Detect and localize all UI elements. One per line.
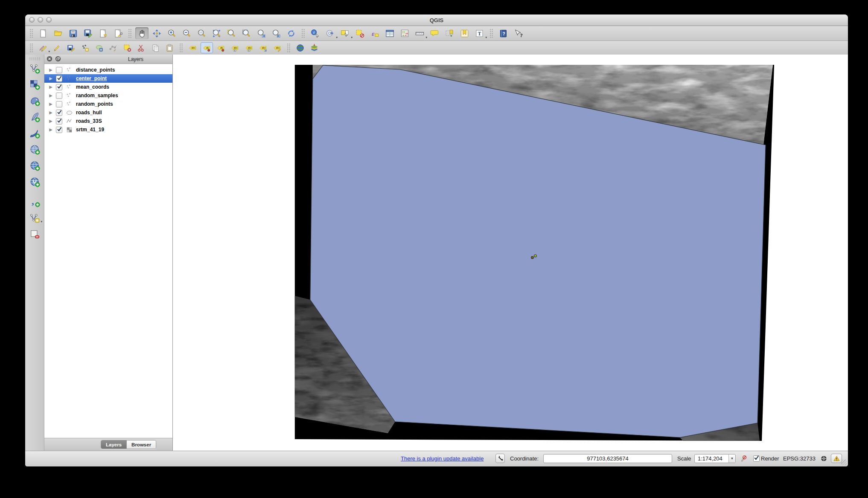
titlebar[interactable]: QGIS (25, 14, 848, 26)
plugin-icon[interactable] (495, 454, 505, 463)
file-new-icon[interactable] (37, 27, 50, 39)
expand-arrow-icon[interactable]: ▶ (48, 127, 53, 132)
layer-visibility-checkbox[interactable] (56, 101, 62, 107)
layer-visibility-checkbox[interactable] (56, 127, 62, 133)
folder-open-icon[interactable] (52, 27, 65, 39)
add-delimited-text-layer-icon[interactable]: , (27, 195, 42, 208)
plugin-update-link[interactable]: There is a plugin update available (401, 455, 484, 462)
delete-selected-icon[interactable] (121, 42, 134, 53)
zoom-native-icon[interactable]: 1:1 (195, 27, 208, 39)
scale-dropdown-caret[interactable]: ▼ (728, 455, 735, 463)
composer-manager-icon[interactable] (111, 27, 125, 39)
save-as-icon[interactable] (82, 27, 95, 39)
label-options-icon[interactable]: ab (201, 42, 213, 53)
crs-status-icon[interactable] (819, 454, 828, 463)
zoom-to-selection-icon[interactable] (225, 27, 238, 39)
new-print-composer-icon[interactable] (96, 27, 110, 39)
label-move-icon[interactable]: abc (257, 42, 269, 53)
layer-row-center_point[interactable]: ▶center_point (44, 74, 172, 83)
help-contents-icon[interactable]: ? (497, 27, 510, 39)
paste-features-icon[interactable] (163, 42, 176, 53)
expand-arrow-icon[interactable]: ▶ (48, 93, 53, 98)
layer-row-roads_33S[interactable]: ▶roads_33S (44, 117, 172, 125)
save-layer-edits-icon[interactable] (65, 42, 77, 53)
layer-stack-icon[interactable] (308, 42, 320, 53)
dropdown-caret-icon[interactable]: ▾ (351, 36, 352, 39)
panel-close-icon[interactable] (47, 56, 52, 62)
add-postgis-layer-icon[interactable] (27, 94, 42, 107)
layer-row-random_points[interactable]: ▶random_points (44, 100, 172, 108)
select-by-expression-icon[interactable]: ε (368, 27, 382, 39)
toolbar-grip-handle[interactable] (29, 43, 33, 52)
toolbar-grip-handle[interactable] (489, 29, 493, 38)
add-raster-layer-icon[interactable] (27, 78, 42, 91)
dropdown-caret-icon[interactable]: ▾ (41, 220, 42, 223)
toolbar-grip-handle[interactable] (179, 43, 183, 52)
identify-features-icon[interactable]: i (309, 27, 322, 39)
render-checkbox[interactable] (753, 455, 760, 462)
layer-visibility-checkbox[interactable] (56, 67, 62, 73)
show-bookmarks-icon[interactable] (458, 27, 471, 39)
layer-row-random_samples[interactable]: ▶random_samples (44, 91, 172, 100)
web-globe-icon[interactable] (294, 42, 306, 53)
dropdown-caret-icon[interactable]: ▾ (425, 36, 427, 39)
deselect-all-icon[interactable] (353, 27, 367, 39)
toolbar-grip-handle[interactable] (29, 57, 40, 60)
add-feature-icon[interactable] (79, 42, 91, 53)
save-icon[interactable] (67, 27, 80, 39)
label-preview-icon[interactable]: abc (243, 42, 255, 53)
select-features-icon[interactable]: ▾ (338, 27, 352, 39)
layer-row-srtm_41_19[interactable]: ▶srtm_41_19 (44, 125, 172, 134)
layer-visibility-checkbox[interactable] (56, 93, 62, 99)
layer-visibility-checkbox[interactable] (56, 84, 62, 90)
whats-this-icon[interactable]: ? (512, 27, 525, 39)
zoom-in-icon[interactable] (165, 27, 178, 39)
labeling-icon[interactable]: abc (186, 42, 199, 53)
add-mssql-layer-icon[interactable] (27, 127, 42, 139)
map-tips-icon[interactable] (428, 27, 441, 39)
toolbar-grip-handle[interactable] (301, 29, 305, 38)
dropdown-caret-icon[interactable]: ▾ (48, 50, 50, 53)
layer-visibility-checkbox[interactable] (56, 110, 62, 116)
open-attribute-table-icon[interactable] (383, 27, 396, 39)
move-feature-icon[interactable] (93, 42, 105, 53)
map-canvas[interactable] (173, 55, 848, 451)
expand-arrow-icon[interactable]: ▶ (48, 119, 53, 123)
label-show-hide-icon[interactable]: abc (229, 42, 241, 53)
zoom-full-icon[interactable] (210, 27, 223, 39)
field-calculator-icon[interactable] (398, 27, 411, 39)
run-feature-action-icon[interactable]: ▾ (323, 27, 337, 39)
zoom-out-icon[interactable] (180, 27, 193, 39)
layer-visibility-checkbox[interactable] (56, 75, 62, 82)
remove-layer-icon[interactable] (27, 228, 42, 240)
new-shapefile-layer-icon[interactable]: ▾ (27, 211, 42, 224)
text-annotation-icon[interactable]: T▾ (473, 27, 486, 39)
expand-arrow-icon[interactable]: ▶ (48, 68, 53, 72)
scale-combobox[interactable]: 1:174,204▼ (694, 454, 736, 463)
new-bookmark-icon[interactable] (443, 27, 456, 39)
layer-row-distance_points[interactable]: ▶distance_points (44, 66, 172, 74)
zoom-last-icon[interactable] (255, 27, 268, 39)
toggle-editing-icon[interactable] (51, 42, 63, 53)
cut-features-icon[interactable] (135, 42, 148, 53)
measure-icon[interactable]: ▾ (413, 27, 426, 39)
panel-tab-layers[interactable]: Layers (101, 440, 126, 449)
label-pin-icon[interactable]: ab (215, 42, 227, 53)
layer-visibility-checkbox[interactable] (56, 118, 62, 124)
node-tool-icon[interactable] (107, 42, 119, 53)
layer-row-mean_coords[interactable]: ▶mean_coords (44, 83, 172, 91)
toolbar-grip-handle[interactable] (29, 29, 33, 38)
expand-arrow-icon[interactable]: ▶ (48, 85, 53, 89)
refresh-map-icon[interactable] (285, 27, 298, 39)
panel-tab-browser[interactable]: Browser (126, 440, 156, 449)
current-edits-icon[interactable]: ▾ (37, 42, 49, 53)
pan-map-icon[interactable] (135, 27, 149, 39)
add-oracle-layer-icon[interactable] (27, 143, 42, 156)
panel-float-icon[interactable] (55, 56, 61, 62)
pan-to-selection-icon[interactable] (150, 27, 163, 39)
add-wms-layer-icon[interactable] (27, 159, 42, 172)
expand-arrow-icon[interactable]: ▶ (48, 102, 53, 106)
add-wfs-layer-icon[interactable] (27, 175, 42, 188)
expand-arrow-icon[interactable]: ▶ (48, 76, 53, 81)
message-log-warning-icon[interactable] (831, 454, 842, 463)
